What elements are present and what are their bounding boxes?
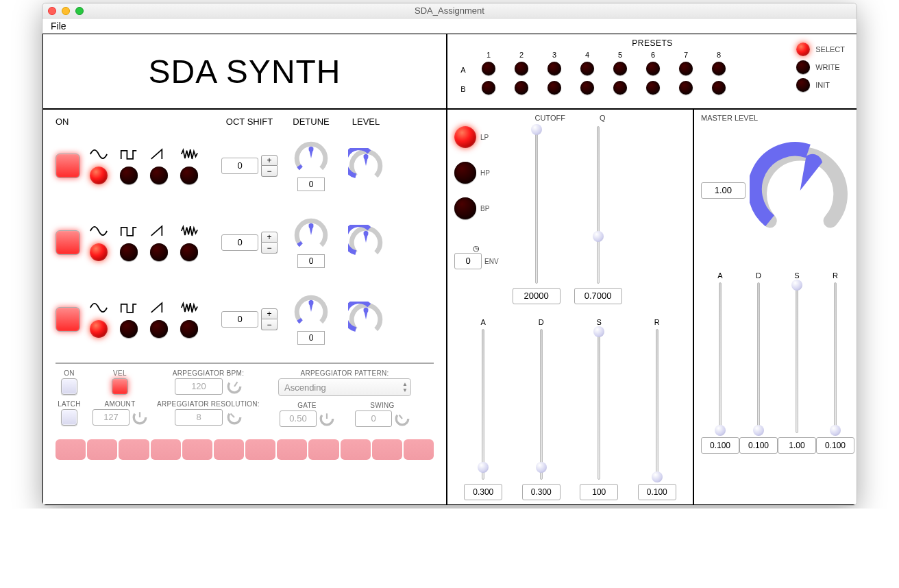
- seq-step-12[interactable]: [404, 439, 434, 460]
- seq-step-9[interactable]: [308, 439, 338, 460]
- seq-step-5[interactable]: [182, 439, 212, 460]
- preset-slot-B3[interactable]: [547, 81, 561, 95]
- menu-file[interactable]: File: [47, 19, 71, 33]
- osc3-level-knob[interactable]: [348, 302, 384, 337]
- osc3-detune-value[interactable]: 0: [297, 331, 325, 345]
- preset-slot-B1[interactable]: [482, 81, 495, 95]
- osc2-wave-noise-led[interactable]: [180, 243, 198, 261]
- arp-vel-button[interactable]: [112, 378, 128, 395]
- osc2-oct-stepper[interactable]: + −: [261, 232, 278, 254]
- seq-step-3[interactable]: [119, 439, 149, 460]
- osc1-wave-noise-led[interactable]: [180, 167, 198, 184]
- arp-gate-value[interactable]: 0.50: [280, 411, 317, 427]
- osc3-oct-value[interactable]: 0: [221, 311, 258, 328]
- filter-cutoff-slider[interactable]: [529, 126, 544, 284]
- stepper-down-button[interactable]: −: [261, 166, 278, 177]
- seq-step-4[interactable]: [151, 439, 181, 460]
- preset-slot-A5[interactable]: [613, 62, 627, 75]
- arp-swing-knob[interactable]: [395, 411, 410, 426]
- preset-slot-B5[interactable]: [613, 81, 627, 95]
- seq-step-10[interactable]: [341, 439, 371, 460]
- filter-adsr-s-value[interactable]: 100: [580, 484, 618, 500]
- osc1-on-button[interactable]: [56, 154, 80, 178]
- arp-gate-knob[interactable]: [319, 411, 334, 426]
- preset-slot-A4[interactable]: [580, 62, 594, 75]
- preset-select-led[interactable]: [796, 42, 810, 56]
- master-adsr-d-slider[interactable]: [751, 282, 766, 433]
- preset-init-led[interactable]: [796, 78, 810, 92]
- preset-slot-B7[interactable]: [679, 81, 693, 95]
- arp-pattern-select[interactable]: Ascending ▲▼: [278, 378, 411, 396]
- arp-res-value[interactable]: 8: [175, 409, 223, 426]
- osc3-on-button[interactable]: [56, 307, 80, 332]
- filter-bp-led[interactable]: [454, 197, 476, 219]
- osc3-wave-sine-led[interactable]: [90, 320, 108, 338]
- stepper-up-button[interactable]: +: [261, 155, 278, 166]
- osc3-wave-saw-led[interactable]: [150, 320, 168, 338]
- filter-env-value[interactable]: 0: [454, 253, 482, 269]
- preset-slot-A7[interactable]: [679, 62, 693, 75]
- master-adsr-r-slider[interactable]: [828, 282, 843, 433]
- filter-adsr-s-slider[interactable]: [591, 329, 606, 480]
- preset-slot-A8[interactable]: [712, 62, 726, 75]
- osc1-wave-square-led[interactable]: [120, 167, 138, 184]
- filter-adsr-r-slider[interactable]: [650, 329, 665, 480]
- master-adsr-a-slider[interactable]: [713, 282, 728, 433]
- osc3-detune-knob[interactable]: [293, 294, 329, 330]
- master-adsr-r-value[interactable]: 0.100: [816, 437, 854, 454]
- osc2-wave-sine-led[interactable]: [90, 243, 108, 261]
- arp-latch-button[interactable]: [61, 409, 77, 426]
- preset-slot-A2[interactable]: [515, 62, 528, 75]
- osc3-wave-noise-led[interactable]: [180, 320, 198, 338]
- osc1-detune-value[interactable]: 0: [297, 177, 325, 191]
- osc3-wave-square-led[interactable]: [120, 320, 138, 338]
- seq-step-7[interactable]: [245, 439, 275, 460]
- preset-slot-B2[interactable]: [515, 81, 528, 95]
- seq-step-6[interactable]: [214, 439, 244, 460]
- preset-write-led[interactable]: [796, 60, 810, 74]
- seq-step-1[interactable]: [56, 439, 86, 460]
- osc3-oct-stepper[interactable]: + −: [261, 308, 278, 330]
- osc2-detune-knob[interactable]: [293, 217, 329, 253]
- master-level-value[interactable]: 1.00: [701, 182, 746, 199]
- arp-res-knob[interactable]: [227, 410, 242, 425]
- osc1-wave-sine-led[interactable]: [90, 167, 108, 184]
- filter-adsr-r-value[interactable]: 0.100: [638, 484, 676, 500]
- stepper-down-button[interactable]: −: [261, 243, 278, 254]
- osc2-wave-square-led[interactable]: [120, 243, 138, 261]
- stepper-up-button[interactable]: +: [261, 232, 278, 243]
- master-level-knob[interactable]: [750, 136, 850, 245]
- arp-swing-value[interactable]: 0: [355, 411, 392, 427]
- arp-bpm-value[interactable]: 120: [175, 378, 223, 395]
- filter-adsr-d-value[interactable]: 0.300: [522, 484, 561, 500]
- filter-q-slider[interactable]: [591, 126, 606, 284]
- preset-slot-B8[interactable]: [712, 81, 726, 95]
- osc1-level-knob[interactable]: [348, 148, 384, 184]
- preset-slot-A3[interactable]: [547, 62, 561, 75]
- filter-hp-led[interactable]: [454, 162, 476, 184]
- filter-lp-led[interactable]: [454, 126, 476, 148]
- filter-adsr-d-slider[interactable]: [534, 329, 549, 480]
- master-adsr-a-value[interactable]: 0.100: [701, 437, 739, 454]
- preset-slot-A6[interactable]: [646, 62, 660, 75]
- stepper-up-button[interactable]: +: [261, 308, 278, 319]
- filter-adsr-a-slider[interactable]: [476, 329, 491, 480]
- master-adsr-d-value[interactable]: 0.100: [739, 437, 778, 454]
- osc1-oct-value[interactable]: 0: [221, 158, 258, 174]
- osc2-wave-saw-led[interactable]: [150, 243, 168, 261]
- arp-on-button[interactable]: [61, 378, 77, 395]
- seq-step-2[interactable]: [87, 439, 117, 460]
- filter-q-value[interactable]: 0.7000: [574, 288, 622, 304]
- filter-adsr-a-value[interactable]: 0.300: [464, 484, 502, 500]
- osc1-wave-saw-led[interactable]: [150, 167, 168, 184]
- osc2-level-knob[interactable]: [348, 225, 384, 260]
- preset-slot-B6[interactable]: [646, 81, 660, 95]
- preset-slot-A1[interactable]: [482, 62, 495, 75]
- preset-slot-B4[interactable]: [580, 81, 594, 95]
- osc2-detune-value[interactable]: 0: [297, 254, 325, 268]
- master-adsr-s-value[interactable]: 1.00: [778, 437, 816, 454]
- arp-amount-value[interactable]: 127: [93, 409, 130, 426]
- seq-step-11[interactable]: [372, 439, 402, 460]
- stepper-down-button[interactable]: −: [261, 319, 278, 330]
- osc1-detune-knob[interactable]: [293, 140, 329, 176]
